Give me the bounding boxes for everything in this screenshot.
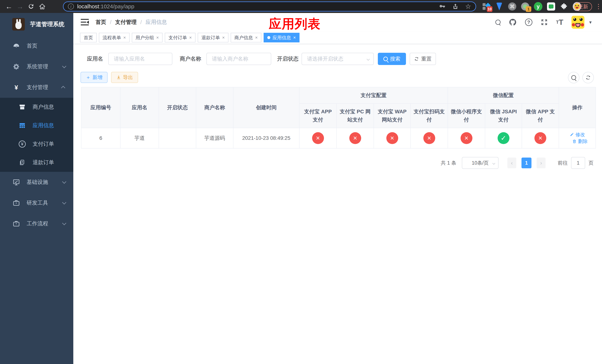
share-icon[interactable] <box>452 3 459 10</box>
pagination: 共 1 条 10条/页 ‹ 1 › 前往 页 <box>441 157 593 169</box>
merchant-name-input[interactable] <box>206 53 271 65</box>
breadcrumb-home[interactable]: 首页 <box>96 19 106 26</box>
status-select[interactable]: 请选择开启状态 <box>301 53 374 65</box>
tab-merchant-info[interactable]: 商户信息× <box>231 33 261 43</box>
goto-label: 前往 <box>558 160 568 166</box>
chrome-update-button[interactable]: 更新 <box>574 2 592 11</box>
refresh-icon <box>414 56 419 61</box>
extensions-puzzle-icon[interactable] <box>560 2 568 11</box>
close-icon[interactable]: × <box>255 35 258 40</box>
status-fail-icon: × <box>386 132 398 144</box>
close-icon[interactable]: × <box>189 35 192 40</box>
col-app-id: 应用编号 <box>81 87 120 128</box>
sidebar-item-merchant-info[interactable]: 商户信息 <box>0 98 73 116</box>
chevron-down-icon <box>62 64 66 68</box>
payment-submenu: 商户信息 应用信息 ¥ 支付订单 退款订单 <box>0 98 73 172</box>
extension-blue-diamond-icon[interactable]: 10 <box>482 2 491 11</box>
chrome-menu-icon[interactable]: ⋮ <box>595 3 602 10</box>
font-size-icon[interactable]: TT <box>556 18 563 26</box>
sidebar-item-devtools[interactable]: 研发工具 <box>0 193 73 213</box>
tab-home[interactable]: 首页 <box>80 33 97 43</box>
col-status: 开启状态 <box>159 87 196 128</box>
app-name-input[interactable] <box>108 53 172 65</box>
merchant-name-label: 商户名称 <box>180 55 201 63</box>
tab-refund-order[interactable]: 退款订单× <box>198 33 228 43</box>
page-size-select[interactable]: 10条/页 <box>462 157 498 169</box>
extension-kite-icon[interactable] <box>495 2 504 11</box>
bookmark-star-icon[interactable]: ☆ <box>465 3 471 10</box>
toolbox-icon <box>12 199 21 207</box>
filter-form: 应用名 商户名称 开启状态 请选择开启状态 搜索 重置 <box>73 53 602 65</box>
page-number-1[interactable]: 1 <box>521 158 531 168</box>
browser-reload-button[interactable] <box>26 1 37 12</box>
plus-icon: ＋ <box>86 74 91 81</box>
reset-button[interactable]: 重置 <box>410 53 436 65</box>
col-group-wechat: 微信配置 <box>448 87 559 104</box>
gear-icon <box>12 63 21 70</box>
col-alipay-pc: 支付宝 PC 网站支付 <box>336 104 374 128</box>
sidebar-item-payment[interactable]: ¥ 支付管理 <box>0 77 73 98</box>
monitor-icon <box>12 179 21 186</box>
breadcrumb-payment[interactable]: 支付管理 <box>115 19 137 26</box>
search-button[interactable]: 搜索 <box>378 53 406 65</box>
close-icon[interactable]: × <box>293 35 296 40</box>
col-merchant: 商户名称 <box>196 87 233 128</box>
goto-page-input[interactable] <box>571 157 585 169</box>
export-button[interactable]: 导出 <box>111 72 138 83</box>
browser-back-button[interactable]: ← <box>3 1 14 12</box>
help-icon[interactable]: ? <box>525 19 532 26</box>
toggle-search-button[interactable] <box>568 72 580 83</box>
add-button[interactable]: ＋新增 <box>81 72 108 83</box>
close-icon[interactable]: × <box>222 35 225 40</box>
edit-link[interactable]: 修改 <box>570 131 585 138</box>
cell-app-id: 6 <box>81 128 120 148</box>
sidebar-item-system[interactable]: 系统管理 <box>0 56 73 77</box>
extension-command-icon[interactable]: ⌘ <box>508 2 516 11</box>
chevron-down-icon <box>62 221 66 225</box>
sidebar-item-workflow[interactable]: 工作流程 <box>0 213 73 234</box>
sidebar-collapse-icon[interactable] <box>81 19 89 26</box>
github-icon[interactable] <box>509 18 517 26</box>
app-logo[interactable]: 芋道管理系统 <box>0 13 73 36</box>
next-page-button[interactable]: › <box>537 158 546 168</box>
sidebar-item-infrastructure[interactable]: 基础设施 <box>0 172 73 193</box>
cell-created: 2021-10-23 08:49:25 <box>233 128 299 148</box>
tab-user-group[interactable]: 用户分组× <box>132 33 162 43</box>
cell-merchant: 芋道源码 <box>196 128 233 148</box>
site-info-icon[interactable]: i <box>68 3 74 10</box>
status-fail-icon: × <box>312 132 324 144</box>
prev-page-button[interactable]: ‹ <box>507 158 516 168</box>
close-icon[interactable]: × <box>123 35 126 40</box>
extension-recorder-icon[interactable]: 1 <box>521 2 529 11</box>
search-icon[interactable] <box>495 20 501 25</box>
sidebar-item-refund-order[interactable]: 退款订单 <box>0 153 73 172</box>
refresh-icon <box>585 75 591 80</box>
password-key-icon[interactable] <box>439 3 446 10</box>
browser-home-button[interactable] <box>37 1 48 12</box>
refresh-button[interactable] <box>582 72 594 83</box>
extension-chat-icon[interactable] <box>547 2 555 11</box>
close-icon[interactable]: × <box>156 35 159 40</box>
tab-app-info[interactable]: 应用信息× <box>264 33 300 43</box>
edit-pen-icon <box>570 132 574 137</box>
cell-alipay-qr: × <box>411 128 448 148</box>
app-name-label: 应用名 <box>87 55 103 63</box>
browser-forward-button[interactable]: → <box>14 1 26 12</box>
fullscreen-icon[interactable] <box>540 19 548 26</box>
download-icon <box>116 75 121 80</box>
trash-icon <box>572 139 577 144</box>
main-content: 首页 / 支付管理 / 应用信息 应用列表 ? TT ▾ 首页 流程表单× 用户… <box>73 13 602 364</box>
sidebar-item-home[interactable]: 首页 <box>0 36 73 56</box>
tab-process-form[interactable]: 流程表单× <box>99 33 129 43</box>
address-bar[interactable]: i localhost :1024/pay/app ☆ <box>63 1 476 11</box>
status-label: 开启状态 <box>277 55 299 63</box>
delete-link[interactable]: 删除 <box>572 138 588 145</box>
extension-y-icon[interactable]: y <box>534 2 542 11</box>
cell-alipay-app: × <box>299 128 336 148</box>
avatar[interactable] <box>571 16 584 29</box>
avatar-caret-icon[interactable]: ▾ <box>589 20 592 25</box>
tab-pay-order[interactable]: 支付订单× <box>165 33 195 43</box>
col-alipay-app: 支付宝 APP 支付 <box>299 104 336 128</box>
sidebar-item-pay-order[interactable]: ¥ 支付订单 <box>0 135 73 153</box>
sidebar-item-app-info[interactable]: 应用信息 <box>0 116 73 135</box>
